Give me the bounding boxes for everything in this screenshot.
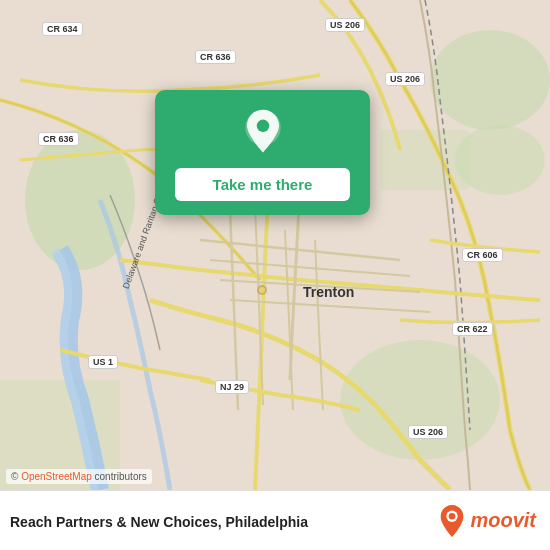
map-attribution: © OpenStreetMap contributors bbox=[6, 469, 152, 484]
take-me-there-button[interactable]: Take me there bbox=[175, 168, 350, 201]
map-container: Delaware and Raritan Can... CR 634 CR 63… bbox=[0, 0, 550, 490]
osm-link: OpenStreetMap bbox=[21, 471, 92, 482]
moovit-logo: moovit bbox=[438, 504, 536, 538]
road-label-cr636b: CR 636 bbox=[38, 132, 79, 146]
moovit-brand-text: moovit bbox=[470, 509, 536, 532]
road-label-cr634: CR 634 bbox=[42, 22, 83, 36]
popup-card: Take me there bbox=[155, 90, 370, 215]
location-pin-icon bbox=[239, 108, 287, 156]
road-label-cr636a: CR 636 bbox=[195, 50, 236, 64]
road-label-us206c: US 206 bbox=[408, 425, 448, 439]
svg-rect-4 bbox=[380, 130, 470, 190]
road-label-us206a: US 206 bbox=[325, 18, 365, 32]
map-svg bbox=[0, 0, 550, 490]
destination-label: Reach Partners & New Choices, Philadelph… bbox=[10, 514, 308, 530]
svg-point-2 bbox=[430, 30, 550, 130]
moovit-pin-icon bbox=[438, 504, 466, 538]
svg-point-11 bbox=[256, 120, 268, 132]
svg-point-5 bbox=[340, 340, 500, 460]
svg-point-13 bbox=[449, 512, 456, 519]
road-label-nj29: NJ 29 bbox=[215, 380, 249, 394]
road-label-cr622: CR 622 bbox=[452, 322, 493, 336]
road-label-us206b: US 206 bbox=[385, 72, 425, 86]
svg-point-8 bbox=[259, 287, 265, 293]
bottom-info: Reach Partners & New Choices, Philadelph… bbox=[10, 512, 308, 530]
road-label-cr606: CR 606 bbox=[462, 248, 503, 262]
bottom-bar: Reach Partners & New Choices, Philadelph… bbox=[0, 490, 550, 550]
road-label-us1: US 1 bbox=[88, 355, 118, 369]
city-label-trenton: Trenton bbox=[303, 284, 354, 300]
